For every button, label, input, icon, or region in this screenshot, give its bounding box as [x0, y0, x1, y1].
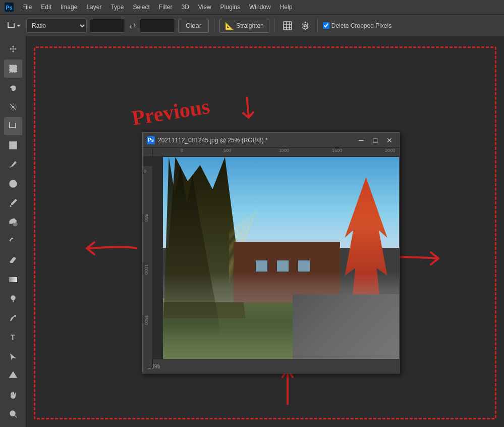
tool-pen[interactable] — [4, 309, 22, 327]
svg-point-15 — [13, 222, 17, 226]
svg-text:T: T — [11, 333, 15, 341]
document-body: 0 500 1000 1500 2000 0 500 1000 1500 — [143, 148, 399, 359]
toolbar-sep-2 — [274, 19, 275, 33]
svg-point-18 — [14, 315, 16, 317]
height-input[interactable] — [140, 19, 175, 33]
maximize-button[interactable]: □ — [370, 135, 381, 146]
ruler-left: 0 500 1000 1500 — [143, 166, 153, 368]
clear-button[interactable]: Clear — [178, 19, 209, 33]
main-area: T — [0, 36, 504, 427]
tool-dodge[interactable] — [4, 290, 22, 308]
tool-clone-stamp[interactable] — [4, 213, 22, 231]
app-logo: Ps — [4, 2, 14, 12]
toolbar-sep-3 — [317, 19, 318, 33]
tool-eraser[interactable] — [4, 251, 22, 270]
width-input[interactable] — [90, 19, 125, 33]
minimize-button[interactable]: ─ — [356, 135, 367, 146]
ratio-dropdown[interactable]: Ratio W × H × Resolution Original Ratio … — [26, 19, 87, 33]
menu-select[interactable]: Select — [129, 3, 153, 12]
delete-cropped-pixels-label[interactable]: Delete Cropped Pixels — [323, 22, 391, 29]
menu-file[interactable]: File — [18, 3, 36, 12]
document-window: Ps 20211112_081245.jpg @ 25% (RGB/8) * ─… — [142, 132, 400, 373]
menu-type[interactable]: Type — [106, 3, 128, 12]
straighten-button[interactable]: 📐 Straighten — [219, 19, 269, 33]
delete-cropped-pixels-checkbox[interactable] — [323, 22, 329, 29]
tool-magic-wand[interactable] — [4, 98, 22, 116]
tool-heal[interactable] — [4, 175, 22, 193]
menu-help[interactable]: Help — [276, 3, 297, 12]
close-button[interactable]: ✕ — [384, 135, 395, 146]
canvas-area: Previous Ps — [26, 36, 504, 427]
annotation-arrow-right — [388, 243, 469, 276]
menu-window[interactable]: Window — [245, 3, 275, 12]
swap-dimensions-button[interactable]: ⇄ — [128, 20, 137, 31]
document-title: 20211112_081245.jpg @ 25% (RGB/8) * — [158, 137, 353, 144]
menu-plugins[interactable]: Plugins — [216, 3, 244, 12]
tool-type[interactable]: T — [4, 328, 22, 346]
tool-shape[interactable] — [4, 366, 22, 385]
svg-rect-7 — [10, 65, 17, 72]
tool-move[interactable] — [4, 40, 22, 59]
tool-brush[interactable] — [4, 194, 22, 212]
svg-rect-2 — [284, 22, 292, 30]
svg-text:Previous: Previous — [130, 94, 211, 130]
tool-marquee[interactable] — [4, 60, 22, 78]
svg-rect-16 — [9, 277, 17, 282]
crop-settings-button[interactable] — [298, 20, 312, 32]
road-layer — [293, 294, 399, 359]
tool-hand[interactable] — [4, 386, 22, 404]
tool-crop[interactable] — [4, 117, 22, 135]
left-tools-panel: T — [0, 36, 26, 427]
options-toolbar: Ratio W × H × Resolution Original Ratio … — [0, 14, 504, 36]
tool-gradient[interactable] — [4, 271, 22, 289]
svg-point-8 — [12, 106, 14, 108]
menubar: Ps File Edit Image Layer Type Select Fil… — [0, 0, 504, 14]
crop-tool-button[interactable] — [4, 20, 23, 32]
menu-filter[interactable]: Filter — [155, 3, 177, 12]
tool-history-brush[interactable] — [4, 232, 22, 250]
svg-text:Ps: Ps — [6, 5, 12, 11]
svg-point-17 — [11, 296, 15, 300]
menu-image[interactable]: Image — [57, 3, 81, 12]
ruler-top: 0 500 1000 1500 2000 — [143, 148, 399, 157]
tool-zoom[interactable] — [4, 405, 22, 423]
document-statusbar: 25% — [143, 359, 399, 373]
ps-icon: Ps — [147, 136, 155, 144]
tool-lasso[interactable] — [4, 79, 22, 97]
straighten-icon: 📐 — [225, 22, 234, 30]
menu-view[interactable]: View — [194, 3, 215, 12]
menu-layer[interactable]: Layer — [82, 3, 105, 12]
toolbar-sep-1 — [214, 19, 214, 33]
document-titlebar: Ps 20211112_081245.jpg @ 25% (RGB/8) * ─… — [143, 133, 399, 148]
tool-path-select[interactable] — [4, 347, 22, 365]
annotation-arrow-left — [57, 233, 137, 265]
menu-edit[interactable]: Edit — [37, 3, 55, 12]
photo-image — [163, 157, 399, 359]
document-canvas[interactable] — [163, 157, 399, 359]
tool-eyedropper[interactable] — [4, 155, 22, 174]
grid-overlay-button[interactable] — [280, 19, 295, 32]
tool-frame[interactable] — [4, 136, 22, 154]
menu-3d[interactable]: 3D — [177, 3, 193, 12]
svg-line-21 — [15, 415, 17, 417]
